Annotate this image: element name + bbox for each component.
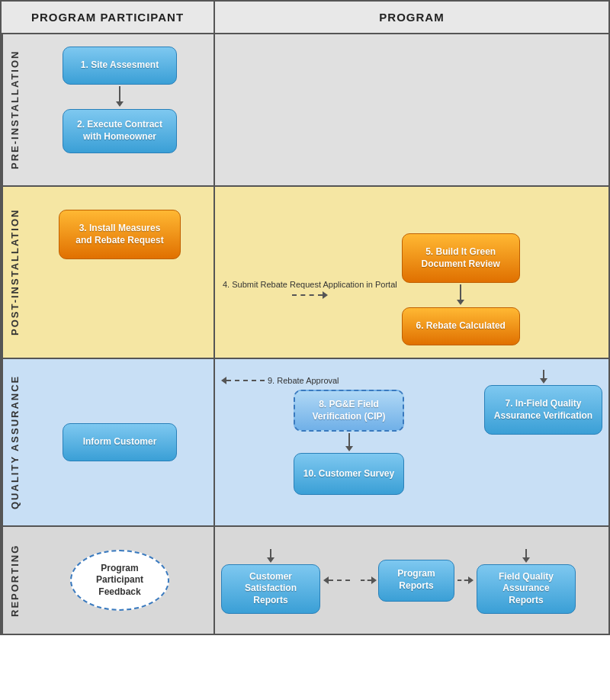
- ellipse-participant-feedback: Program Participant Feedback: [70, 550, 169, 611]
- arrow-csr-to-feedback: [323, 576, 350, 584]
- arrow-7-to-fqar: [522, 549, 530, 563]
- postinstall-right: 4. Submit Rebate Request Application in …: [215, 187, 608, 358]
- arrow-1to2: [116, 86, 124, 108]
- qa-label: QUALITY ASSURANCE: [2, 359, 26, 525]
- box-install-measures: 3. Install Measures and Rebate Request: [59, 210, 181, 259]
- arrow-6to7: [540, 370, 547, 384]
- reporting-section: REPORTING Program Participant Feedback C…: [2, 527, 608, 634]
- box-fqa: Field Quality Assurance Reports: [477, 564, 576, 614]
- arrow-3to5: [292, 291, 328, 299]
- arrow-pr-to-fqa: [458, 576, 474, 584]
- arrow4-label: 4. Submit Rebate Request Application in …: [223, 280, 397, 289]
- box-pge-field: 8. PG&E Field Verification (CIP): [294, 390, 404, 432]
- arrow-9-rebate: [221, 377, 265, 384]
- qa-left: Inform Customer: [26, 359, 215, 525]
- box-rebate-calculated: 6. Rebate Calculated: [402, 307, 520, 345]
- postinstall-label: POST-INSTALLATION: [2, 187, 26, 358]
- reporting-label: REPORTING: [2, 527, 26, 634]
- diagram-container: PROGRAM PARTICIPANT PROGRAM PRE-INSTALLA…: [0, 0, 610, 635]
- preinstall-right: [215, 34, 608, 185]
- arrow-10to-csr: [267, 549, 274, 563]
- header-right: PROGRAM: [215, 2, 608, 33]
- preinstall-left: 1. Site Assesment 2. Execute Contract wi…: [26, 34, 215, 185]
- qa-section: QUALITY ASSURANCE Inform Customer 9. Reb…: [2, 359, 608, 527]
- qa-right: 9. Rebate Approval 8. PG&E Field Verific…: [215, 359, 608, 525]
- box-infield-qa: 7. In-Field Quality Assurance Verificati…: [484, 385, 602, 435]
- box-big-document-review: 5. Build It Green Document Review: [402, 233, 520, 283]
- box-site-assessment: 1. Site Assesment: [63, 47, 177, 85]
- reporting-left: Program Participant Feedback: [26, 527, 215, 634]
- arrow-5to6: [457, 284, 464, 306]
- postinstall-section: POST-INSTALLATION 3. Install Measures an…: [2, 187, 608, 359]
- box-execute-contract: 2. Execute Contract with Homeowner: [63, 109, 177, 153]
- reporting-right: Customer Satisfaction Reports Program Re…: [215, 527, 608, 634]
- arrow9-label: 9. Rebate Approval: [268, 376, 339, 385]
- box-customer-survey: 10. Customer Survey: [294, 453, 404, 495]
- box-csr: Customer Satisfaction Reports: [221, 564, 320, 614]
- header-left: PROGRAM PARTICIPANT: [2, 2, 215, 33]
- arrow-csr-to-pr: [361, 576, 377, 584]
- preinstall-label: PRE-INSTALLATION: [2, 34, 26, 185]
- header-row: PROGRAM PARTICIPANT PROGRAM: [2, 2, 608, 34]
- postinstall-left: 3. Install Measures and Rebate Request: [26, 187, 215, 358]
- box-inform-customer: Inform Customer: [63, 423, 177, 461]
- arrow-8to10: [345, 433, 353, 451]
- preinstall-section: PRE-INSTALLATION 1. Site Assesment 2. Ex…: [2, 34, 608, 187]
- box-program-reports: Program Reports: [378, 560, 454, 602]
